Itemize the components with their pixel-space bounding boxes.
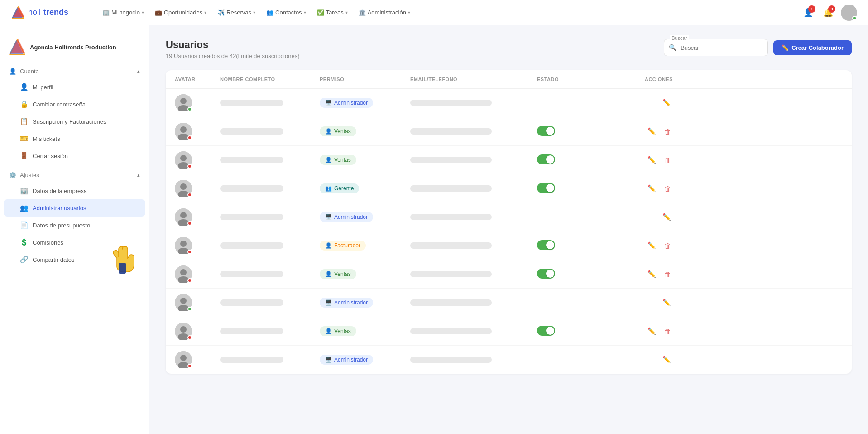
nav-oportunidades[interactable]: 💼 Oportunidades ▾ [150,6,211,19]
toggle-row-6[interactable] [537,269,555,279]
search-input[interactable] [681,44,762,51]
nav-contactos[interactable]: 👥 Contactos ▾ [262,6,311,19]
user-avatar-0 [175,94,192,111]
sidebar-item-datos-presupuesto[interactable]: 📄 Datos de presupuesto [4,217,145,234]
edit-button-row-4[interactable]: ✏️ [661,211,673,223]
chevron-down-icon: ▾ [408,10,410,15]
delete-button-row-1[interactable]: 🗑 [662,126,673,137]
sidebar-item-suscripcion-label: Suscripción y Facturaciones [33,118,106,125]
sidebar-item-compartir-datos[interactable]: 🔗 Compartir datos [4,251,145,268]
notification-button-1[interactable]: 👤 1 [801,5,815,20]
toggle-row-1[interactable] [537,126,555,136]
edit-button-row-8[interactable]: ✏️ [646,325,658,337]
edit-button-row-6[interactable]: ✏️ [646,268,658,280]
nav-administracion[interactable]: 🏛️ Administración ▾ [354,6,415,19]
cuenta-label: Cuenta [20,68,39,75]
name-placeholder-3 [220,185,283,192]
sidebar-item-administrar-usuarios[interactable]: 👥 Administrar usuarios [4,199,145,217]
user-avatar-topnav[interactable] [841,5,857,21]
create-colaborador-button[interactable]: ✏️ Crear Colaborador [773,40,852,55]
sidebar-item-datos-empresa[interactable]: 🏢 Datos de la empresa [4,182,145,199]
email-placeholder-0 [410,100,492,106]
chevron-down-icon: ▾ [142,10,144,15]
edit-button-row-9[interactable]: ✏️ [661,354,673,366]
email-placeholder-7 [410,299,492,306]
presupuesto-icon: 📄 [20,221,28,229]
nav-mi-negocio[interactable]: 🏢 Mi negocio ▾ [98,6,149,19]
cell-actions-3: ✏️ 🗑 [619,183,673,194]
agency-header: Agencia Holitrends Production [0,34,149,64]
cell-permission-9: 🖥️ Administrador [320,355,410,365]
delete-button-row-8[interactable]: 🗑 [662,326,673,337]
sidebar-section-cuenta: 👤 Cuenta ▴ 👤 Mi perfil 🔒 Cambiar contras… [0,64,149,164]
permission-badge-0: 🖥️ Administrador [320,98,373,108]
permission-icon-6: 👤 [325,271,332,277]
permission-badge-8: 👤 Ventas [320,326,356,336]
edit-button-row-0[interactable]: ✏️ [661,97,673,109]
sidebar-item-mi-perfil[interactable]: 👤 Mi perfil [4,78,145,96]
permission-icon-1: 👤 [325,128,332,135]
email-placeholder-8 [410,328,492,334]
user-avatar-1 [175,123,192,140]
cell-email-2 [410,157,537,163]
col-acciones: ACCIONES [619,77,673,82]
sidebar-item-cerrar-sesion[interactable]: 🚪 Cerrar sesión [4,147,145,164]
notification-button-2[interactable]: 🔔 3 [821,5,835,20]
ajustes-section-title: ⚙️ Ajustes [9,172,39,178]
toggle-row-3[interactable] [537,183,555,193]
cell-avatar-3 [175,180,220,197]
sidebar-item-comisiones[interactable]: 💲 Comisiones [4,234,145,251]
table-row: 👤 Facturador ✏️ 🗑 [166,231,852,260]
nav-mi-negocio-label: Mi negocio [111,9,140,16]
edit-button-row-7[interactable]: ✏️ [661,297,673,309]
cell-email-3 [410,185,537,192]
edit-button-row-2[interactable]: ✏️ [646,154,658,166]
page-header: Usuarios 19 Usuarios creados de 42(límit… [166,39,852,59]
nav-reservas[interactable]: ✈️ Reservas ▾ [213,6,260,19]
users-table: AVATAR NOMBRE COMPLETO PERMISO EMAIL/TEL… [166,70,852,374]
permission-badge-4: 🖥️ Administrador [320,212,373,222]
user-avatar-2 [175,151,192,169]
agency-name: Agencia Holitrends Production [30,44,116,51]
edit-button-row-1[interactable]: ✏️ [646,125,658,137]
avatar-dot-4 [187,221,192,226]
table-header: AVATAR NOMBRE COMPLETO PERMISO EMAIL/TEL… [166,70,852,89]
delete-button-row-6[interactable]: 🗑 [662,269,673,280]
cell-actions-4: ✏️ [619,211,673,223]
name-placeholder-2 [220,157,283,163]
svg-point-13 [180,155,187,161]
logo[interactable]: holitrends [11,5,83,20]
header-actions: Buscar 🔍 ✏️ Crear Colaborador [664,39,852,56]
toggle-row-2[interactable] [537,154,555,164]
logo-trends: trends [43,8,68,17]
toggle-row-8[interactable] [537,326,555,336]
sidebar-item-suscripcion[interactable]: 📋 Suscripción y Facturaciones [4,113,145,130]
sidebar-item-datos-presupuesto-label: Datos de presupuesto [33,222,90,229]
cell-name-0 [220,100,320,106]
lock-icon: 🔒 [20,100,28,108]
ajustes-section-header[interactable]: ⚙️ Ajustes ▴ [0,168,149,182]
name-placeholder-8 [220,328,283,334]
permission-badge-9: 🖥️ Administrador [320,355,373,365]
toggle-row-5[interactable] [537,240,555,250]
edit-icon: ✏️ [782,44,789,51]
delete-button-row-3[interactable]: 🗑 [662,183,673,194]
avatar-dot-6 [187,278,192,283]
edit-button-row-5[interactable]: ✏️ [646,240,658,251]
sidebar-item-cambiar-contrasena[interactable]: 🔒 Cambiar contraseña [4,96,145,113]
sidebar-item-mis-tickets[interactable]: 🎫 Mis tickets [4,130,145,147]
delete-button-row-2[interactable]: 🗑 [662,154,673,166]
name-placeholder-1 [220,128,283,135]
sidebar: Agencia Holitrends Production 👤 Cuenta ▴… [0,25,149,434]
nav-tareas[interactable]: ✅ Tareas ▾ [312,6,352,19]
name-placeholder-4 [220,214,283,220]
app-layout: Agencia Holitrends Production 👤 Cuenta ▴… [0,25,868,434]
cuenta-section-header[interactable]: 👤 Cuenta ▴ [0,64,149,78]
contactos-icon: 👥 [266,9,273,16]
reservas-icon: ✈️ [217,9,225,16]
chevron-down-icon: ▾ [204,10,206,15]
cell-avatar-0 [175,94,220,111]
delete-button-row-5[interactable]: 🗑 [662,240,673,251]
edit-button-row-3[interactable]: ✏️ [646,183,658,194]
negocio-icon: 🏢 [102,9,110,16]
